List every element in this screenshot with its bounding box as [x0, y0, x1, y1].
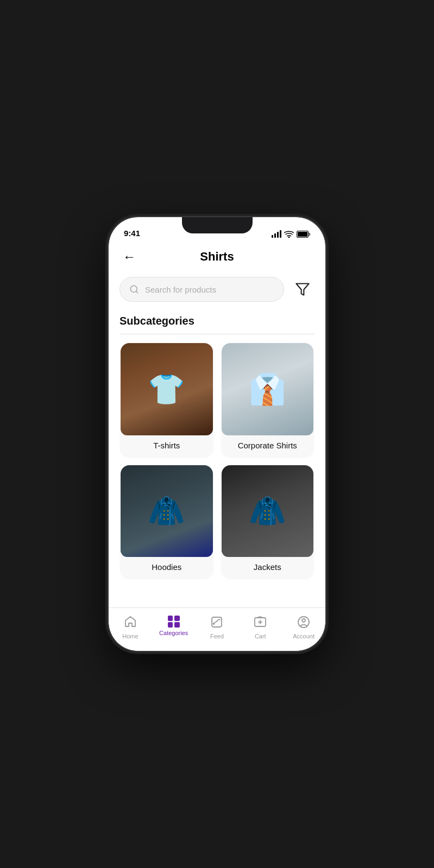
nav-item-account[interactable]: Account	[282, 613, 325, 642]
category-card-tshirts[interactable]: T-shirts	[121, 343, 213, 457]
nav-label-feed: Feed	[210, 633, 224, 639]
wifi-icon	[284, 230, 294, 238]
feed-icon	[210, 616, 223, 631]
phone-notch	[182, 217, 253, 233]
categories-grid: T-shirts Corporate Shirts Hoodies	[119, 343, 315, 578]
nav-item-cart[interactable]: Cart	[238, 613, 282, 642]
category-card-corporate[interactable]: Corporate Shirts	[222, 343, 314, 457]
battery-icon	[297, 231, 310, 238]
bottom-nav: Home Categories	[109, 607, 325, 651]
nav-item-categories[interactable]: Categories	[152, 613, 196, 638]
main-content: ← Shirts Search for products	[109, 241, 325, 651]
nav-label-categories: Categories	[159, 630, 188, 636]
phone-screen: 9:41	[109, 217, 325, 651]
cart-icon	[254, 616, 267, 631]
hoodies-image	[121, 465, 213, 557]
subcategories-title: Subcategories	[119, 315, 315, 327]
svg-point-8	[213, 623, 215, 624]
search-icon	[129, 284, 140, 295]
status-icons	[272, 230, 310, 238]
svg-marker-5	[296, 284, 309, 295]
filter-button[interactable]	[291, 277, 315, 301]
categories-icon	[168, 616, 180, 628]
jackets-image	[222, 465, 314, 557]
svg-point-0	[288, 237, 290, 238]
back-button[interactable]: ←	[119, 247, 139, 267]
hoodies-label: Hoodies	[121, 557, 213, 578]
svg-rect-7	[212, 617, 222, 627]
back-arrow-icon: ←	[123, 249, 136, 264]
nav-label-cart: Cart	[255, 633, 266, 639]
search-bar[interactable]: Search for products	[119, 277, 284, 302]
svg-line-4	[136, 291, 137, 293]
jackets-label: Jackets	[222, 557, 314, 578]
svg-point-13	[302, 619, 305, 622]
category-card-hoodies[interactable]: Hoodies	[121, 465, 213, 579]
corporate-label: Corporate Shirts	[222, 435, 314, 457]
svg-rect-2	[298, 232, 307, 237]
filter-icon	[295, 282, 310, 297]
account-icon	[297, 616, 310, 631]
search-placeholder: Search for products	[145, 285, 275, 294]
search-section: Search for products	[109, 273, 325, 306]
status-time: 9:41	[124, 229, 140, 238]
header: ← Shirts	[109, 241, 325, 273]
section-divider	[119, 334, 315, 334]
phone-frame: 9:41	[109, 217, 325, 651]
nav-label-account: Account	[293, 633, 315, 639]
home-icon	[124, 616, 137, 631]
svg-marker-6	[125, 617, 135, 626]
nav-item-home[interactable]: Home	[109, 613, 152, 642]
nav-label-home: Home	[122, 633, 138, 639]
category-card-jackets[interactable]: Jackets	[222, 465, 314, 579]
subcategories-section: Subcategories T-shirts Corporate Shirts	[109, 306, 325, 578]
signal-bars-icon	[272, 230, 281, 238]
page-title: Shirts	[200, 250, 234, 264]
tshirts-label: T-shirts	[121, 435, 213, 457]
nav-item-feed[interactable]: Feed	[196, 613, 239, 642]
corporate-image	[222, 343, 314, 435]
tshirts-image	[121, 343, 213, 435]
